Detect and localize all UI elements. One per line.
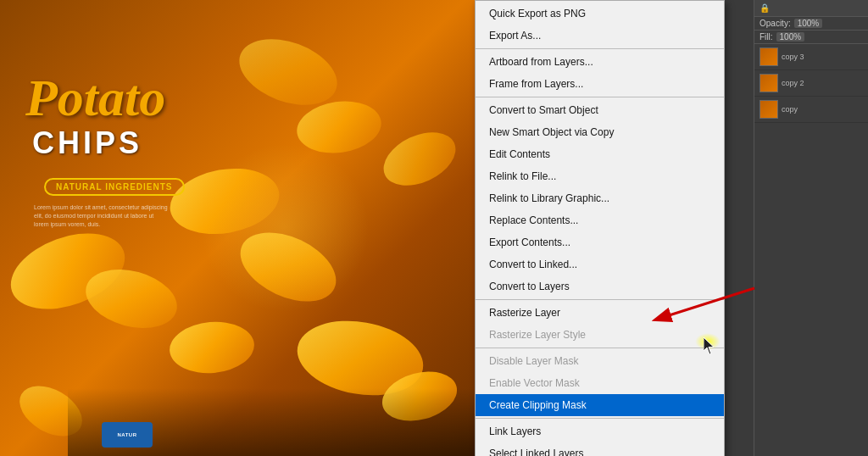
menu-item-12[interactable]: Convert to Layers bbox=[476, 275, 724, 298]
layer-thumbnail-2 bbox=[760, 100, 778, 119]
main-canvas: Potato CHIPS NATURAL INGREDIENTS Lorem i… bbox=[0, 0, 475, 456]
layer-thumbnail-1 bbox=[760, 74, 778, 92]
opacity-label: Opacity: bbox=[760, 19, 791, 28]
menu-item-15[interactable]: Disable Layer Mask bbox=[476, 350, 724, 372]
layer-thumbnail-0 bbox=[760, 47, 778, 66]
menu-item-6[interactable]: Edit Contents bbox=[476, 143, 724, 165]
potato-title: Potato bbox=[25, 68, 165, 128]
panel-header: 🔒 bbox=[754, 0, 868, 17]
layer-label-1: copy 2 bbox=[782, 79, 804, 87]
menu-item-13[interactable]: Rasterize Layer bbox=[476, 302, 724, 324]
menu-item-7[interactable]: Relink to File... bbox=[476, 165, 724, 187]
menu-item-8[interactable]: Relink to Library Graphic... bbox=[476, 187, 724, 209]
menu-item-4[interactable]: Convert to Smart Object bbox=[476, 99, 724, 121]
menu-item-17[interactable]: Create Clipping Mask bbox=[476, 394, 724, 416]
layers-panel: 🔒 Opacity: 100% Fill: 100% copy 3copy 2c… bbox=[754, 0, 868, 456]
menu-separator-3 bbox=[476, 97, 724, 97]
fill-value[interactable]: 100% bbox=[776, 32, 805, 42]
menu-item-1[interactable]: Export As... bbox=[476, 25, 724, 47]
lorem-text: Lorem ipsum dolor sit amet, consectetur … bbox=[34, 203, 170, 228]
menu-separator-17 bbox=[476, 418, 724, 419]
layer-item-2[interactable]: copy bbox=[754, 97, 868, 123]
menu-separator-12 bbox=[476, 299, 724, 300]
context-menu: Quick Export as PNGExport As...Artboard … bbox=[475, 0, 725, 456]
menu-item-0[interactable]: Quick Export as PNG bbox=[476, 3, 724, 25]
lock-icon: 🔒 bbox=[760, 3, 770, 13]
layer-label-0: copy 3 bbox=[782, 53, 804, 61]
menu-item-18[interactable]: Link Layers bbox=[476, 420, 724, 442]
fill-row: Fill: 100% bbox=[754, 31, 868, 44]
menu-item-10[interactable]: Export Contents... bbox=[476, 231, 724, 253]
menu-item-5[interactable]: New Smart Object via Copy bbox=[476, 121, 724, 143]
layer-item-0[interactable]: copy 3 bbox=[754, 44, 868, 70]
menu-separator-1 bbox=[476, 48, 724, 49]
menu-item-3[interactable]: Frame from Layers... bbox=[476, 73, 724, 95]
layer-item-1[interactable]: copy 2 bbox=[754, 70, 868, 97]
opacity-value[interactable]: 100% bbox=[794, 19, 823, 28]
chips-title: CHIPS bbox=[32, 125, 142, 161]
fill-label: Fill: bbox=[760, 32, 773, 42]
natural-badge: NATURAL INGREDIENTS bbox=[44, 178, 185, 196]
menu-item-16[interactable]: Enable Vector Mask bbox=[476, 372, 724, 394]
layers-list: copy 3copy 2copy bbox=[754, 44, 868, 123]
menu-item-11[interactable]: Convert to Linked... bbox=[476, 253, 724, 275]
layer-label-2: copy bbox=[782, 105, 798, 114]
menu-separator-14 bbox=[476, 348, 724, 348]
menu-item-14[interactable]: Rasterize Layer Style bbox=[476, 324, 724, 346]
opacity-row: Opacity: 100% bbox=[754, 17, 868, 31]
menu-item-2[interactable]: Artboard from Layers... bbox=[476, 51, 724, 73]
menu-item-19[interactable]: Select Linked Layers bbox=[476, 442, 724, 456]
menu-item-9[interactable]: Replace Contents... bbox=[476, 209, 724, 231]
